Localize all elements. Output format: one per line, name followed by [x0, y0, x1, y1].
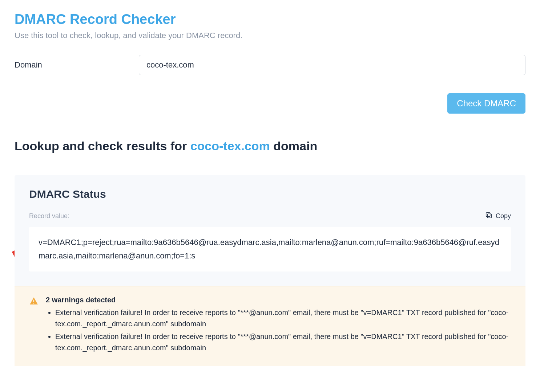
- warnings-card: 2 warnings detected External verificatio…: [15, 286, 525, 366]
- warning-item: External verification failure! In order …: [55, 331, 511, 354]
- results-heading-domain: coco-tex.com: [190, 139, 270, 153]
- domain-input[interactable]: [139, 55, 525, 75]
- copy-icon: [485, 211, 493, 221]
- record-value-row: Record value: Copy: [29, 210, 511, 222]
- dmarc-status-title: DMARC Status: [29, 188, 511, 200]
- domain-label: Domain: [15, 60, 127, 70]
- page-subtitle: Use this tool to check, lookup, and vali…: [15, 31, 525, 40]
- dmarc-status-card: DMARC Status Record value: Copy v=DMARC1…: [15, 175, 525, 366]
- status-wrapper: DMARC Status Record value: Copy v=DMARC1…: [15, 175, 525, 366]
- results-heading: Lookup and check results for coco-tex.co…: [15, 139, 525, 153]
- domain-form-row: Domain: [15, 55, 525, 75]
- warning-item: External verification failure! In order …: [55, 307, 511, 330]
- record-value-label: Record value:: [29, 212, 69, 220]
- copy-button-label: Copy: [496, 212, 511, 220]
- warnings-title: 2 warnings detected: [46, 296, 511, 304]
- results-heading-suffix: domain: [270, 139, 317, 153]
- svg-rect-4: [33, 303, 34, 303]
- form-actions: Check DMARC: [15, 93, 525, 114]
- warnings-body: 2 warnings detected External verificatio…: [46, 296, 511, 355]
- warnings-list: External verification failure! In order …: [46, 307, 511, 354]
- results-heading-prefix: Lookup and check results for: [15, 139, 190, 153]
- copy-button[interactable]: Copy: [485, 210, 511, 222]
- page-title: DMARC Record Checker: [15, 12, 525, 27]
- record-value-box: v=DMARC1;p=reject;rua=mailto:9a636b5646@…: [29, 227, 511, 271]
- warning-triangle-icon: [29, 297, 39, 355]
- svg-rect-1: [487, 214, 491, 218]
- check-dmarc-button[interactable]: Check DMARC: [447, 93, 525, 114]
- svg-rect-3: [33, 299, 34, 302]
- svg-rect-2: [486, 213, 490, 217]
